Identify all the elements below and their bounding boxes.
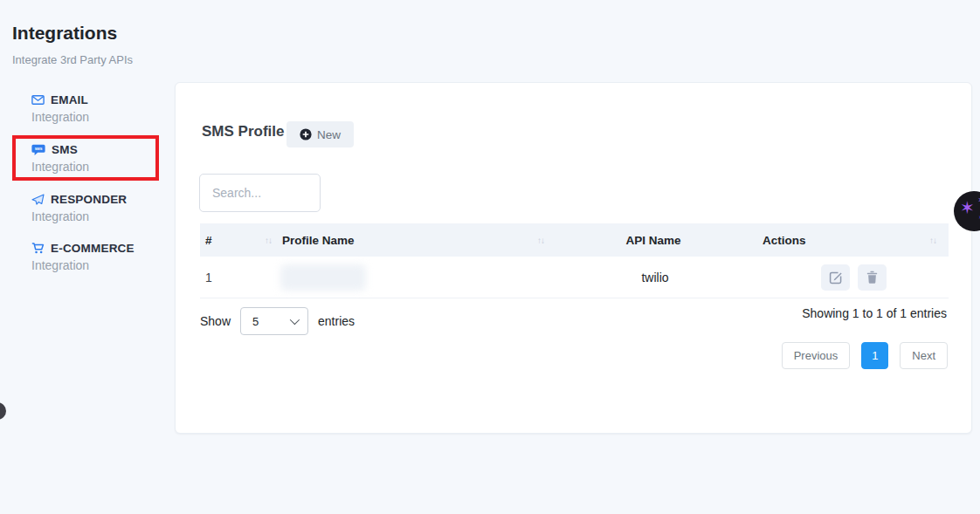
sort-icon [265, 236, 272, 245]
trash-icon [866, 271, 878, 284]
sidebar-item-sublabel: Integration [31, 209, 171, 223]
new-profile-button[interactable]: New [286, 121, 354, 147]
column-header-index[interactable]: # [200, 223, 279, 257]
sms-profiles-table: # Profile Name API Name Actions 1 [200, 223, 949, 298]
new-button-label: New [317, 128, 341, 141]
shopping-cart-icon [31, 243, 45, 254]
sparkle-icon: ✶ [960, 199, 975, 216]
sidebar-item-email[interactable]: EMAIL Integration [31, 93, 171, 124]
column-header-api-name[interactable]: API Name [551, 223, 759, 257]
sidebar-item-label: EMAIL [51, 93, 88, 106]
page-1-button[interactable]: 1 [861, 342, 888, 369]
sort-icon [929, 236, 936, 245]
entries-per-page-select[interactable]: 5 [240, 307, 308, 335]
column-header-actions[interactable]: Actions [759, 223, 949, 257]
email-icon [31, 95, 45, 105]
delete-button[interactable] [858, 264, 887, 291]
table-row: 1 twilio [200, 257, 949, 298]
entries-per-page-control: Show 5 entries [200, 307, 355, 335]
chevron-down-icon [290, 315, 300, 325]
table-summary: Showing 1 to 1 of 1 entries [802, 306, 947, 320]
redacted-profile-name [280, 264, 366, 291]
edit-pencil-icon [829, 271, 843, 284]
sidebar-item-label: SMS [52, 143, 78, 156]
search-input[interactable] [199, 174, 321, 212]
plus-circle-icon [300, 128, 312, 140]
sidebar-item-sublabel: Integration [31, 258, 171, 272]
sidebar-item-sublabel: Integration [31, 160, 171, 174]
sidebar-item-label: RESPONDER [51, 193, 127, 206]
selected-entries-value: 5 [252, 315, 259, 328]
panel-heading: SMS Profile [202, 123, 284, 140]
paper-plane-icon [31, 194, 45, 205]
entries-label: entries [318, 314, 355, 328]
sidebar-item-label: E-COMMERCE [51, 242, 135, 255]
pagination: Previous 1 Next [782, 342, 948, 369]
sms-profile-panel: SMS Profile New # Profile Name API Name [175, 82, 972, 434]
previous-page-button[interactable]: Previous [782, 342, 851, 369]
svg-text:SMS: SMS [35, 147, 43, 151]
sidebar-item-sms[interactable]: SMS SMS Integration [31, 142, 171, 174]
row-api-name: twilio [551, 271, 759, 284]
page-subtitle: Integrate 3rd Party APIs [12, 53, 133, 66]
show-label: Show [200, 314, 231, 328]
page-title: Integrations [12, 23, 117, 44]
next-page-button[interactable]: Next [900, 342, 948, 369]
sidebar-item-responder[interactable]: RESPONDER Integration [31, 192, 171, 223]
column-header-profile-name[interactable]: Profile Name [279, 223, 551, 257]
row-index: 1 [200, 271, 279, 284]
sort-icon [537, 236, 544, 245]
sidebar-item-ecommerce[interactable]: E-COMMERCE Integration [31, 241, 171, 272]
integrations-page: Integrations Integrate 3rd Party APIs EM… [0, 0, 980, 514]
table-header-row: # Profile Name API Name Actions [200, 223, 949, 257]
sms-chat-icon: SMS [31, 144, 45, 156]
edge-notch [0, 402, 6, 420]
edit-button[interactable] [821, 264, 850, 291]
row-actions [759, 264, 949, 291]
row-profile-name [279, 264, 551, 291]
sidebar-item-sublabel: Integration [31, 110, 171, 124]
